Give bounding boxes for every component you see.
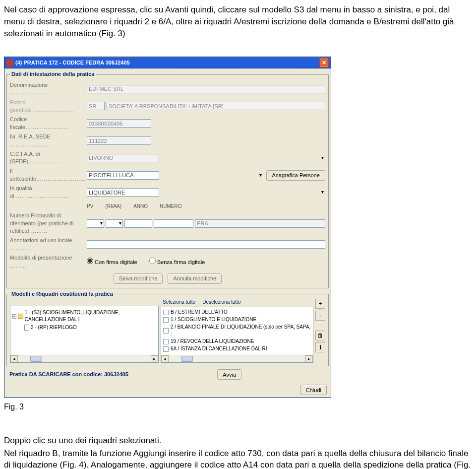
list-item[interactable]: 1 / SCIOGLIMENTO E LIQUIDAZIONE [163, 316, 311, 323]
proto-headers: PV (RI/AA) ANNO NUMERO [87, 203, 325, 210]
input-proto-ri[interactable] [106, 219, 123, 228]
remove-button[interactable]: - [315, 311, 325, 321]
outro-paragraph: Doppio clic su uno dei riquadri selezion… [4, 435, 472, 469]
scroll-left-icon[interactable]: ◂ [10, 355, 18, 362]
input-proto-num[interactable] [154, 219, 193, 228]
input-denominazione[interactable] [87, 85, 325, 93]
label-qualita: In qualità di………………………… [10, 185, 87, 200]
deselect-all-link[interactable]: Deseleziona tutto [202, 299, 240, 306]
label-denominazione: Denominazione ………………… [10, 81, 87, 97]
input-codfisc[interactable] [87, 119, 151, 128]
input-forma-code[interactable] [87, 102, 105, 110]
radio-senza-firma[interactable]: Senza firma digitale [149, 258, 205, 266]
label-presentazione: Modalità di presentazione ……… [10, 254, 87, 269]
scroll-left-icon[interactable]: ◂ [161, 355, 169, 362]
chiudi-button[interactable]: Chiudi [300, 385, 327, 395]
input-proto-pv[interactable] [87, 219, 104, 228]
tree-item-rp[interactable]: 2 - (RP) RIEPILOGO [24, 324, 156, 331]
select-all-link[interactable]: Seleziona tutto [163, 299, 195, 306]
input-forma-desc[interactable] [107, 102, 325, 110]
radio-con-firma[interactable]: Con firma digitale [87, 258, 137, 266]
tree-item-s3[interactable]: − 1 - (S3) SCIOGLIMENTO, LIQUIDAZIONE, C… [12, 309, 156, 323]
add-button[interactable]: + [315, 299, 325, 309]
intro-paragraph: Nel caso di approvazione espressa, clic … [4, 4, 472, 39]
folder-icon [18, 314, 23, 319]
figure-label: Fig. 3 [4, 402, 472, 412]
h-scrollbar[interactable]: ◂ ▸ [10, 355, 158, 362]
close-icon[interactable]: ✕ [319, 58, 329, 67]
input-rea[interactable] [87, 136, 151, 145]
group-intestazione: Dati di intestazione della pratica Denom… [6, 70, 329, 288]
list-item[interactable]: B / ESTREMI DELL'ATTO [163, 309, 311, 316]
checkbox-icon[interactable] [163, 346, 169, 352]
scroll-right-icon[interactable]: ▸ [305, 355, 313, 362]
label-forma: Forma giuridica…………………… [10, 99, 87, 114]
checkbox-icon[interactable] [163, 317, 169, 323]
scroll-thumb[interactable] [30, 356, 42, 362]
label-codfisc: Codice fiscale…………………… [10, 116, 87, 131]
app-window: (4) PRATICA 172 - CODICE FEDRA 306J2405 … [4, 57, 331, 398]
avvia-button[interactable]: Avvia [217, 369, 241, 380]
window-title: (4) PRATICA 172 - CODICE FEDRA 306J2405 [15, 59, 130, 67]
group-modelli: Modelli e Riquadri costituenti la pratic… [6, 290, 329, 366]
input-sottoscritto[interactable] [87, 171, 159, 180]
input-ccia[interactable] [87, 154, 159, 162]
legend-modelli: Modelli e Riquadri costituenti la pratic… [10, 290, 115, 298]
anagrafica-button[interactable]: Anagrafica Persone [266, 170, 325, 181]
app-icon [6, 60, 13, 67]
list-item[interactable]: 19 / REVOCA DELLA LIQUIDAZIONE [163, 338, 311, 345]
list-item[interactable]: 6A / ISTANZA DI CANCELLAZIONE DAL RI [163, 345, 311, 352]
input-annotazioni[interactable] [87, 240, 325, 249]
info-icon[interactable]: ℹ [315, 342, 325, 352]
label-protocollo: Numero Protocollo di riferimento (per pr… [10, 212, 87, 235]
list-item[interactable]: 2 / BILANCIO FINALE DI LIQUIDAZIONE (sol… [163, 324, 311, 337]
legend-intestazione: Dati di intestazione della pratica [10, 70, 96, 78]
h-scrollbar-list[interactable]: ◂ ▸ [161, 355, 313, 362]
checkbox-icon[interactable] [163, 328, 169, 334]
label-annotazioni: Annotazioni ad uso locale ………… [10, 237, 87, 252]
file-icon [24, 325, 29, 331]
input-qualita[interactable] [87, 188, 159, 197]
input-proto-anno[interactable] [124, 219, 152, 228]
label-rea: Nr. R.E.A. SEDE ………………… [10, 133, 87, 148]
tree-panel: − 1 - (S3) SCIOGLIMENTO, LIQUIDAZIONE, C… [10, 306, 159, 363]
trash-icon[interactable]: 🗑 [315, 331, 325, 340]
salva-button[interactable]: Salva modifiche [114, 273, 163, 284]
annulla-button[interactable]: Annulla modifiche [168, 273, 222, 284]
titlebar[interactable]: (4) PRATICA 172 - CODICE FEDRA 306J2405 … [4, 57, 331, 68]
side-buttons: + - 🗑 ℹ [315, 299, 325, 363]
scroll-thumb[interactable] [181, 356, 193, 362]
checkbox-icon[interactable] [163, 310, 169, 315]
checkbox-icon[interactable] [163, 339, 169, 344]
riquadri-list: B / ESTREMI DELL'ATTO 1 / SCIOGLIMENTO E… [161, 307, 313, 363]
minus-icon[interactable]: − [12, 314, 16, 319]
label-ccia: C.C.I.A.A. di (SEDE)……………… [10, 150, 87, 166]
pratica-code-label: Pratica DA SCARICARE con codice: 306J240… [9, 371, 128, 378]
scroll-right-icon[interactable]: ▸ [151, 355, 158, 362]
label-sottoscritto: Il sottoscritto……………………… [10, 168, 87, 183]
input-proto-pra[interactable] [195, 219, 325, 228]
